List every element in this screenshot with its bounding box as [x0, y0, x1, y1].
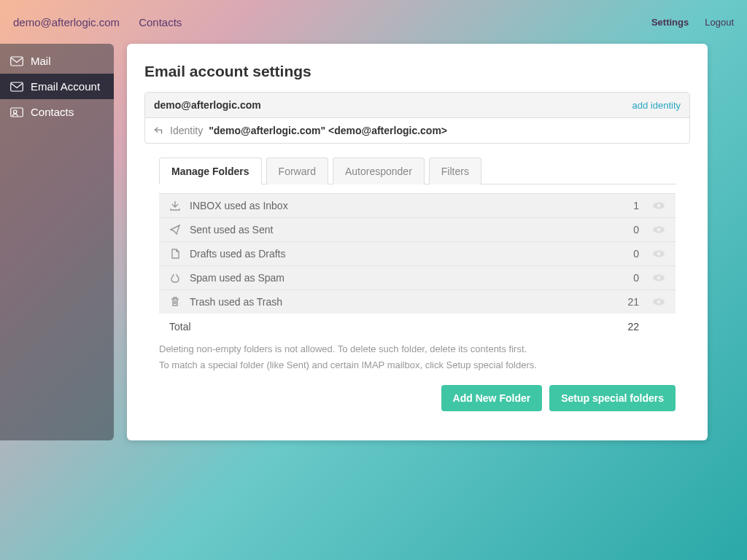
folder-name: INBOX used as Inbox [190, 200, 288, 211]
eye-icon[interactable] [649, 273, 668, 282]
top-bar: demo@afterlogic.com Contacts Settings Lo… [0, 0, 747, 44]
tabs: Manage Folders Forward Autoresponder Fil… [159, 157, 676, 184]
trash-icon [169, 296, 182, 308]
tab-autoresponder[interactable]: Autoresponder [333, 158, 425, 184]
folder-row[interactable]: Spam used as Spam 0 [159, 265, 676, 289]
setup-special-folders-button[interactable]: Setup special folders [549, 385, 676, 411]
folder-count: 0 [614, 248, 639, 260]
identity-value: "demo@afterlogic.com" <demo@afterlogic.c… [209, 125, 447, 136]
folder-row[interactable]: Drafts used as Drafts 0 [159, 241, 676, 265]
spam-icon [169, 272, 182, 284]
sent-icon [169, 224, 182, 236]
topbar-settings-link[interactable]: Settings [651, 17, 689, 28]
tab-forward[interactable]: Forward [266, 158, 328, 184]
hint-line: Deleting non-empty folders is not allowe… [159, 341, 676, 357]
return-icon [154, 125, 164, 136]
svg-rect-0 [11, 57, 23, 66]
folder-row[interactable]: Sent used as Sent 0 [159, 217, 676, 241]
mail-icon [10, 82, 23, 92]
total-label: Total [169, 321, 191, 332]
folder-name: Trash used as Trash [190, 296, 282, 308]
add-identity-link[interactable]: add identity [632, 100, 681, 111]
eye-icon[interactable] [649, 201, 668, 210]
svg-point-9 [657, 252, 661, 256]
add-new-folder-button[interactable]: Add New Folder [441, 385, 543, 411]
tab-manage-folders[interactable]: Manage Folders [159, 158, 262, 184]
identity-label: Identity [170, 125, 203, 136]
account-header[interactable]: demo@afterlogic.com add identity [145, 93, 689, 118]
svg-rect-1 [11, 82, 23, 91]
tab-filters[interactable]: Filters [429, 158, 481, 184]
sidebar-item-email-account[interactable]: Email Account [0, 74, 114, 99]
topbar-contacts-link[interactable]: Contacts [139, 16, 182, 28]
folder-name: Drafts used as Drafts [190, 248, 286, 260]
folder-row[interactable]: INBOX used as Inbox 1 [159, 193, 676, 217]
account-box: demo@afterlogic.com add identity Identit… [144, 92, 690, 144]
hints: Deleting non-empty folders is not allowe… [144, 335, 690, 373]
svg-point-11 [657, 276, 661, 280]
mail-icon [10, 56, 23, 66]
folder-list: INBOX used as Inbox 1 Sent used as Sent … [144, 184, 690, 335]
folder-count: 0 [614, 224, 639, 236]
folder-count: 0 [614, 272, 639, 284]
inbox-icon [169, 200, 182, 211]
folder-name: Sent used as Sent [190, 224, 273, 236]
sidebar-item-label: Contacts [31, 106, 74, 118]
hint-line: To match a special folder (like Sent) an… [159, 357, 676, 373]
page-title: Email account settings [144, 63, 690, 80]
sidebar-item-contacts[interactable]: Contacts [0, 99, 114, 125]
settings-panel: Email account settings demo@afterlogic.c… [127, 44, 708, 440]
eye-icon[interactable] [649, 225, 668, 234]
contacts-icon [10, 107, 23, 117]
eye-icon[interactable] [649, 298, 668, 306]
svg-point-7 [657, 228, 661, 232]
svg-point-13 [657, 300, 661, 304]
svg-point-3 [14, 110, 18, 114]
settings-sidebar: Mail Email Account Contacts [0, 44, 114, 440]
account-email: demo@afterlogic.com [154, 99, 261, 111]
folder-count: 1 [614, 200, 639, 211]
sidebar-item-mail[interactable]: Mail [0, 48, 114, 74]
identity-row[interactable]: Identity "demo@afterlogic.com" <demo@aft… [145, 118, 689, 143]
topbar-email-link[interactable]: demo@afterlogic.com [13, 16, 120, 28]
folder-count: 21 [614, 296, 639, 308]
svg-point-5 [657, 204, 661, 208]
topbar-logout-link[interactable]: Logout [705, 17, 734, 28]
total-count: 22 [614, 321, 639, 332]
total-row: Total 22 [159, 314, 676, 335]
eye-icon[interactable] [649, 249, 668, 258]
drafts-icon [169, 248, 182, 260]
folder-row[interactable]: Trash used as Trash 21 [159, 289, 676, 314]
folder-name: Spam used as Spam [190, 272, 285, 284]
folder-actions: Add New Folder Setup special folders [144, 373, 690, 411]
sidebar-item-label: Email Account [31, 80, 100, 93]
sidebar-item-label: Mail [31, 55, 51, 67]
